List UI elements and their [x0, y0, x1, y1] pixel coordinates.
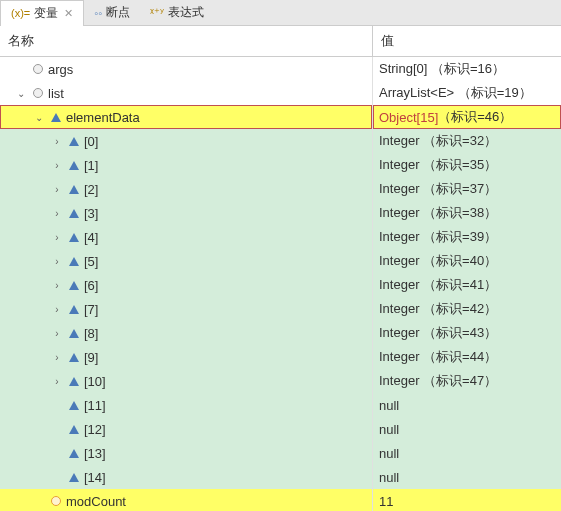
tree-row[interactable]: [14]null: [0, 465, 561, 489]
chevron-right-icon[interactable]: ›: [50, 136, 64, 147]
variable-name: [3]: [84, 206, 98, 221]
tab-breakpoints[interactable]: ◦◦ 断点: [84, 0, 140, 25]
tree-row[interactable]: ⌄listArrayList<E> （标识=19）: [0, 81, 561, 105]
tab-bar: (x)= 变量 ✕ ◦◦ 断点 ᵡ⁺ʸ 表达式: [0, 0, 561, 26]
name-cell: ›[6]: [0, 273, 373, 297]
value-cell: Integer （标识=37）: [373, 177, 561, 201]
variable-value: Object[15]: [379, 110, 438, 125]
name-cell: ›[2]: [0, 177, 373, 201]
variable-value: Integer （标识=37）: [379, 180, 497, 198]
variable-name: [5]: [84, 254, 98, 269]
chevron-right-icon[interactable]: ›: [50, 208, 64, 219]
name-cell: ›[9]: [0, 345, 373, 369]
value-cell: null: [373, 393, 561, 417]
tab-label: 变量: [34, 5, 58, 22]
variable-name: [11]: [84, 398, 106, 413]
triangle-icon: [69, 449, 79, 458]
variable-name: [8]: [84, 326, 98, 341]
name-cell: [14]: [0, 465, 373, 489]
name-cell: ›[0]: [0, 129, 373, 153]
tab-label: 断点: [106, 4, 130, 21]
value-cell: Integer （标识=44）: [373, 345, 561, 369]
value-cell: Integer （标识=42）: [373, 297, 561, 321]
tree-row[interactable]: [13]null: [0, 441, 561, 465]
tree-row[interactable]: ›[7]Integer （标识=42）: [0, 297, 561, 321]
tree-row[interactable]: argsString[0] （标识=16）: [0, 57, 561, 81]
column-headers: 名称 值: [0, 26, 561, 57]
variable-name: [2]: [84, 182, 98, 197]
name-cell: ›[8]: [0, 321, 373, 345]
tree-row[interactable]: ›[5]Integer （标识=40）: [0, 249, 561, 273]
value-cell: Integer （标识=32）: [373, 129, 561, 153]
variable-value: Integer （标识=32）: [379, 132, 497, 150]
variable-value: ArrayList<E> （标识=19）: [379, 84, 532, 102]
value-cell: Integer （标识=35）: [373, 153, 561, 177]
variable-value: Integer （标识=47）: [379, 372, 497, 390]
variable-name: modCount: [66, 494, 126, 509]
chevron-down-icon[interactable]: ⌄: [14, 88, 28, 99]
tree-row[interactable]: modCount11: [0, 489, 561, 511]
tree-row[interactable]: ›[0]Integer （标识=32）: [0, 129, 561, 153]
variable-value: Integer （标识=41）: [379, 276, 497, 294]
triangle-icon: [69, 233, 79, 242]
tree-row[interactable]: ›[3]Integer （标识=38）: [0, 201, 561, 225]
triangle-icon: [51, 113, 61, 122]
tab-label: 表达式: [168, 4, 204, 21]
value-cell: Integer （标识=47）: [373, 369, 561, 393]
tree-row[interactable]: [11]null: [0, 393, 561, 417]
header-name[interactable]: 名称: [0, 26, 373, 56]
value-cell: Object[15]（标识=46）: [373, 105, 561, 129]
chevron-down-icon[interactable]: ⌄: [32, 112, 46, 123]
variable-value: Integer （标识=38）: [379, 204, 497, 222]
chevron-right-icon[interactable]: ›: [50, 304, 64, 315]
chevron-right-icon[interactable]: ›: [50, 376, 64, 387]
triangle-icon: [69, 401, 79, 410]
tree-row[interactable]: ›[9]Integer （标识=44）: [0, 345, 561, 369]
triangle-icon: [69, 257, 79, 266]
name-cell: [13]: [0, 441, 373, 465]
triangle-icon: [69, 425, 79, 434]
variable-value: Integer （标识=40）: [379, 252, 497, 270]
tree-row[interactable]: ›[4]Integer （标识=39）: [0, 225, 561, 249]
chevron-right-icon[interactable]: ›: [50, 280, 64, 291]
circle-icon: [33, 88, 43, 98]
chevron-right-icon[interactable]: ›: [50, 160, 64, 171]
tab-expressions[interactable]: ᵡ⁺ʸ 表达式: [140, 0, 214, 25]
value-cell: null: [373, 465, 561, 489]
tree-row[interactable]: ›[1]Integer （标识=35）: [0, 153, 561, 177]
tree-row[interactable]: ›[8]Integer （标识=43）: [0, 321, 561, 345]
expressions-icon: ᵡ⁺ʸ: [150, 6, 164, 19]
value-cell: 11: [373, 489, 561, 511]
triangle-icon: [69, 185, 79, 194]
circle-icon: [33, 64, 43, 74]
value-cell: Integer （标识=43）: [373, 321, 561, 345]
header-value[interactable]: 值: [373, 26, 561, 56]
triangle-icon: [69, 329, 79, 338]
variable-value: 11: [379, 494, 393, 509]
tree-row[interactable]: ›[2]Integer （标识=37）: [0, 177, 561, 201]
value-cell: String[0] （标识=16）: [373, 57, 561, 81]
tab-variables[interactable]: (x)= 变量 ✕: [0, 0, 84, 26]
variable-name: [1]: [84, 158, 98, 173]
close-icon[interactable]: ✕: [64, 7, 73, 20]
tree-row[interactable]: ›[10]Integer （标识=47）: [0, 369, 561, 393]
variable-name: [13]: [84, 446, 106, 461]
chevron-right-icon[interactable]: ›: [50, 184, 64, 195]
value-cell: Integer （标识=38）: [373, 201, 561, 225]
value-cell: Integer （标识=40）: [373, 249, 561, 273]
tree-row[interactable]: ⌄elementDataObject[15]（标识=46）: [0, 105, 561, 129]
name-cell: ›[5]: [0, 249, 373, 273]
name-cell: args: [0, 57, 373, 81]
variable-name: [9]: [84, 350, 98, 365]
chevron-right-icon[interactable]: ›: [50, 352, 64, 363]
chevron-right-icon[interactable]: ›: [50, 232, 64, 243]
name-cell: [12]: [0, 417, 373, 441]
name-cell: ›[10]: [0, 369, 373, 393]
breakpoints-icon: ◦◦: [94, 7, 102, 19]
tree-row[interactable]: ›[6]Integer （标识=41）: [0, 273, 561, 297]
chevron-right-icon[interactable]: ›: [50, 328, 64, 339]
tree-row[interactable]: [12]null: [0, 417, 561, 441]
variable-value: null: [379, 446, 399, 461]
variable-name: [4]: [84, 230, 98, 245]
chevron-right-icon[interactable]: ›: [50, 256, 64, 267]
